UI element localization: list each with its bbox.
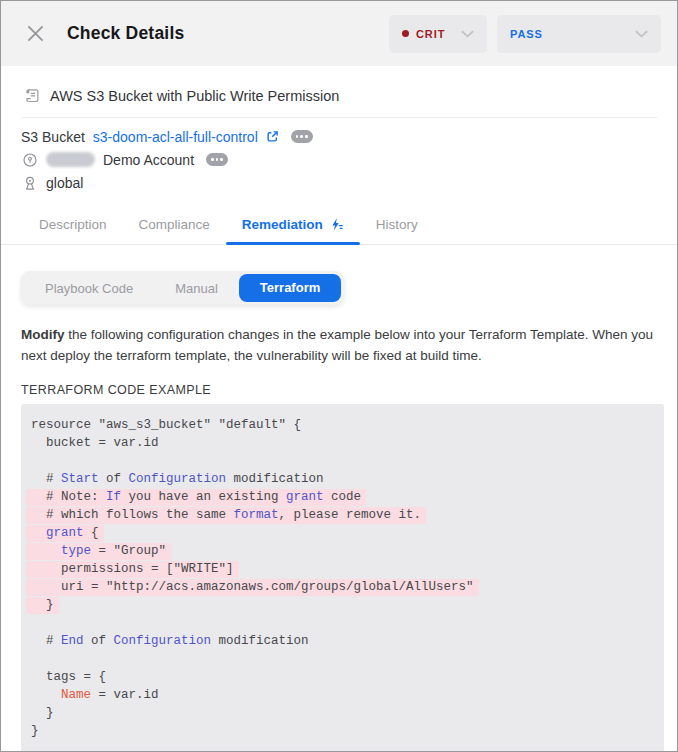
external-link-icon[interactable] bbox=[266, 130, 279, 143]
bucket-row: S3 Bucket s3-doom-acl-all-full-control bbox=[21, 125, 657, 148]
highlighted-code: permissions = ["WRITE"] bbox=[26, 561, 239, 578]
check-details-panel: Check Details CRIT PASS bbox=[0, 0, 678, 752]
region-pin-icon bbox=[21, 174, 38, 191]
highlighted-code: type = "Group" bbox=[26, 543, 171, 560]
terraform-code[interactable]: resource "aws_s3_bucket" "default" { buc… bbox=[21, 404, 664, 752]
tab-label: Description bbox=[39, 217, 107, 232]
panel-header: Check Details CRIT PASS bbox=[1, 1, 677, 66]
tab-description[interactable]: Description bbox=[23, 207, 123, 244]
highlighted-code: # which follows the same format, please … bbox=[26, 507, 426, 524]
code-line: Name = var.id bbox=[31, 686, 656, 704]
tab-label: Remediation bbox=[242, 217, 323, 232]
auto-remediation-bolt-icon bbox=[329, 217, 344, 232]
code-line bbox=[31, 614, 656, 632]
subtab-playbook-code[interactable]: Playbook Code bbox=[24, 281, 154, 296]
code-line: type = "Group" bbox=[31, 542, 656, 560]
rule-scroll-icon bbox=[23, 87, 40, 104]
page-title: Check Details bbox=[67, 23, 184, 44]
code-line bbox=[31, 452, 656, 470]
code-line: tags = { bbox=[31, 668, 656, 686]
highlighted-code: } bbox=[26, 597, 59, 614]
status-dropdown[interactable]: PASS bbox=[497, 15, 661, 53]
instruction-text: the following configuration changes in t… bbox=[21, 327, 653, 363]
tab-label: History bbox=[376, 217, 418, 232]
severity-dropdown[interactable]: CRIT bbox=[389, 15, 487, 53]
tab-history[interactable]: History bbox=[360, 207, 434, 244]
region-name: global bbox=[46, 175, 83, 191]
severity-dot-icon bbox=[402, 30, 409, 37]
region-row: global bbox=[21, 171, 657, 194]
code-line: } bbox=[31, 722, 656, 740]
code-line: resource "aws_s3_bucket" "default" { bbox=[31, 416, 656, 434]
account-location-icon bbox=[21, 151, 38, 168]
subtab-manual[interactable]: Manual bbox=[154, 281, 239, 296]
code-line: permissions = ["WRITE"] bbox=[31, 560, 656, 578]
close-icon[interactable] bbox=[25, 24, 45, 44]
tab-label: Compliance bbox=[139, 217, 210, 232]
code-line: # End of Configuration modification bbox=[31, 632, 656, 650]
remediation-type-switch: Playbook Code Manual Terraform bbox=[21, 271, 344, 305]
chevron-down-icon bbox=[635, 30, 648, 38]
highlighted-code: uri = "http://acs.amazonaws.com/groups/g… bbox=[26, 579, 479, 596]
resource-info: S3 Bucket s3-doom-acl-all-full-control D… bbox=[1, 118, 677, 194]
check-title-row: AWS S3 Bucket with Public Write Permissi… bbox=[23, 87, 657, 104]
more-icon[interactable] bbox=[206, 153, 228, 166]
account-row: Demo Account bbox=[21, 148, 657, 171]
status-value: PASS bbox=[510, 28, 543, 40]
redacted-account-id bbox=[46, 152, 95, 167]
code-line: bucket = var.id bbox=[31, 434, 656, 452]
bucket-link[interactable]: s3-doom-acl-all-full-control bbox=[93, 129, 258, 145]
remediation-instruction: Modify the following configuration chang… bbox=[21, 324, 657, 366]
code-line: uri = "http://acs.amazonaws.com/groups/g… bbox=[31, 578, 656, 596]
chevron-down-icon bbox=[461, 30, 474, 38]
code-line: # Note: If you have an existing grant co… bbox=[31, 488, 656, 506]
code-line: # Start of Configuration modification bbox=[31, 470, 656, 488]
tab-compliance[interactable]: Compliance bbox=[123, 207, 226, 244]
severity-value: CRIT bbox=[416, 28, 445, 40]
code-example-label: TERRAFORM CODE EXAMPLE bbox=[21, 383, 657, 397]
highlighted-code: grant { bbox=[26, 525, 104, 542]
more-icon[interactable] bbox=[291, 130, 313, 143]
subtab-terraform[interactable]: Terraform bbox=[239, 274, 341, 302]
account-name: Demo Account bbox=[103, 152, 194, 168]
tab-remediation[interactable]: Remediation bbox=[226, 207, 360, 244]
code-line: grant { bbox=[31, 524, 656, 542]
header-actions: CRIT PASS bbox=[389, 15, 661, 53]
code-line: # which follows the same format, please … bbox=[31, 506, 656, 524]
detail-tabs: Description Compliance Remediation Histo… bbox=[1, 207, 677, 245]
check-title: AWS S3 Bucket with Public Write Permissi… bbox=[50, 88, 339, 104]
highlighted-code: # Note: If you have an existing grant co… bbox=[26, 489, 366, 506]
instruction-emphasis: Modify bbox=[21, 327, 65, 342]
code-line bbox=[31, 650, 656, 668]
code-line: } bbox=[31, 704, 656, 722]
bucket-label: S3 Bucket bbox=[21, 129, 85, 145]
code-line: } bbox=[31, 596, 656, 614]
